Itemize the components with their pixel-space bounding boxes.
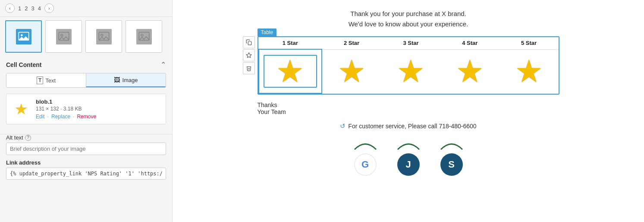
star-3: ★ bbox=[386, 56, 436, 87]
j-arc-svg bbox=[396, 139, 421, 152]
thumb-icon-3 bbox=[96, 29, 112, 44]
customer-service-text: For customer service, Please call 718-48… bbox=[348, 123, 476, 130]
star-4: ★ bbox=[445, 56, 495, 87]
next-page-button[interactable]: › bbox=[44, 3, 54, 13]
tab-image-button[interactable]: 🖼 Image bbox=[86, 73, 166, 87]
tab-text-label: Text bbox=[45, 77, 56, 84]
thumbnail-1[interactable] bbox=[5, 20, 42, 53]
star-cell-5[interactable]: ★ bbox=[499, 49, 559, 93]
social-j[interactable]: J bbox=[396, 139, 421, 176]
star-icon-2: ★ bbox=[338, 56, 366, 87]
page-number-4[interactable]: 4 bbox=[38, 5, 41, 12]
table-tool-star[interactable] bbox=[243, 49, 255, 61]
google-arc-svg bbox=[352, 139, 378, 152]
star-cell-1[interactable]: ★ bbox=[259, 49, 322, 93]
svg-point-3 bbox=[61, 34, 63, 36]
svg-point-5 bbox=[101, 34, 103, 36]
s-circle: S bbox=[440, 153, 463, 176]
intro-line2: We'd love to know about your experience. bbox=[349, 19, 468, 29]
star-preview: ★ bbox=[11, 99, 31, 120]
star-2: ★ bbox=[327, 56, 377, 87]
svg-point-1 bbox=[21, 34, 23, 36]
google-circle: G bbox=[354, 153, 377, 176]
thumbnail-4[interactable] bbox=[126, 20, 162, 53]
social-s[interactable]: S bbox=[439, 139, 465, 176]
sep-2: · bbox=[73, 114, 74, 120]
remove-link[interactable]: Remove bbox=[77, 114, 96, 120]
svg-marker-9 bbox=[246, 53, 251, 57]
star-icon: ★ bbox=[14, 101, 28, 117]
blob-dimensions: 131 × 132 bbox=[36, 106, 59, 112]
blob-dimensions-size: 131 × 132 · 3.18 KB bbox=[36, 106, 161, 112]
j-circle: J bbox=[397, 153, 420, 176]
s-letter: S bbox=[448, 159, 455, 170]
page-number-1[interactable]: 1 bbox=[18, 5, 21, 12]
google-icon-wrapper: G bbox=[352, 139, 378, 176]
table-tools bbox=[243, 36, 255, 74]
edit-link[interactable]: Edit bbox=[36, 114, 45, 120]
thumbnail-3[interactable] bbox=[85, 20, 122, 53]
collapse-button[interactable]: ⌃ bbox=[160, 60, 166, 69]
social-google[interactable]: G bbox=[352, 139, 378, 176]
j-icon-wrapper: J bbox=[396, 139, 421, 176]
table-label-tag: Table bbox=[258, 29, 277, 36]
blob-size: 3.18 KB bbox=[63, 106, 82, 112]
table-tool-copy[interactable] bbox=[243, 36, 255, 48]
s-arc-svg bbox=[439, 139, 465, 152]
tab-text-button[interactable]: T Text bbox=[6, 73, 86, 87]
customer-service-row: ↺ For customer service, Please call 718-… bbox=[340, 122, 476, 130]
star-cell-2[interactable]: ★ bbox=[322, 49, 381, 93]
star-rating-table-container: 1 Star 2 Star 3 Star 4 Star 5 Star ★ bbox=[258, 36, 559, 95]
star-icon-3: ★ bbox=[397, 56, 425, 87]
page-number-3[interactable]: 3 bbox=[31, 5, 34, 12]
prev-page-button[interactable]: ‹ bbox=[5, 3, 15, 13]
svg-rect-8 bbox=[248, 41, 251, 45]
table-area: Table 1 Star 2 Star 3 Star 4 Star 5 Star bbox=[258, 36, 559, 95]
link-address-input[interactable] bbox=[6, 168, 166, 180]
col-header-4-star: 4 Star bbox=[440, 37, 499, 49]
blob-actions: Edit · Replace · Remove bbox=[36, 114, 161, 120]
table-tool-delete[interactable] bbox=[243, 62, 255, 74]
svg-point-7 bbox=[141, 34, 143, 36]
thumbnail-2[interactable] bbox=[45, 20, 82, 53]
alt-text-group: Alt text ? bbox=[0, 134, 172, 155]
tab-image-label: Image bbox=[122, 77, 138, 83]
col-header-2-star: 2 Star bbox=[322, 37, 381, 49]
star-rating-table: 1 Star 2 Star 3 Star 4 Star 5 Star ★ bbox=[258, 37, 559, 94]
star-icon-4: ★ bbox=[456, 56, 484, 87]
star-1-selected: ★ bbox=[264, 55, 317, 88]
tab-switcher: T Text 🖼 Image bbox=[6, 73, 166, 88]
star-cell-3[interactable]: ★ bbox=[381, 49, 440, 93]
sep-1: · bbox=[47, 114, 49, 120]
star-icon-1: ★ bbox=[276, 56, 304, 87]
star-cell-4[interactable]: ★ bbox=[440, 49, 499, 93]
google-g-letter: G bbox=[361, 159, 369, 170]
link-address-group: Link address bbox=[0, 159, 172, 180]
j-letter: J bbox=[405, 159, 411, 170]
social-row: G J S bbox=[352, 139, 465, 176]
s-icon-wrapper: S bbox=[439, 139, 465, 176]
cell-content-section: Cell Content ⌃ T Text 🖼 Image ★ blob.1 1… bbox=[0, 56, 172, 134]
alt-text-label: Alt text ? bbox=[6, 134, 166, 141]
text-icon: T bbox=[37, 76, 43, 84]
refresh-icon: ↺ bbox=[340, 122, 346, 130]
star-icon-5: ★ bbox=[515, 56, 543, 87]
alt-text-input[interactable] bbox=[6, 143, 166, 155]
cell-content-title: Cell Content bbox=[6, 61, 41, 68]
main-content: Thank you for your purchase at X brand. … bbox=[173, 0, 644, 222]
col-header-3-star: 3 Star bbox=[381, 37, 440, 49]
thanks-line1: Thanks bbox=[258, 101, 559, 108]
thumbnail-grid bbox=[0, 17, 172, 56]
page-number-2[interactable]: 2 bbox=[25, 5, 28, 12]
alt-text-help-icon[interactable]: ? bbox=[25, 135, 31, 141]
thanks-line2: Your Team bbox=[258, 108, 559, 115]
section-header: Cell Content ⌃ bbox=[6, 60, 166, 69]
replace-link[interactable]: Replace bbox=[51, 114, 70, 120]
link-address-label: Link address bbox=[6, 159, 166, 166]
thumb-icon-1 bbox=[16, 29, 31, 44]
col-header-5-star: 5 Star bbox=[499, 37, 559, 49]
intro-line1: Thank you for your purchase at X brand. bbox=[349, 9, 468, 19]
blob-details: blob.1 131 × 132 · 3.18 KB Edit · Replac… bbox=[36, 98, 161, 120]
thumb-icon-4 bbox=[136, 29, 152, 44]
pagination-row: ‹ 1 2 3 4 › bbox=[0, 0, 172, 17]
